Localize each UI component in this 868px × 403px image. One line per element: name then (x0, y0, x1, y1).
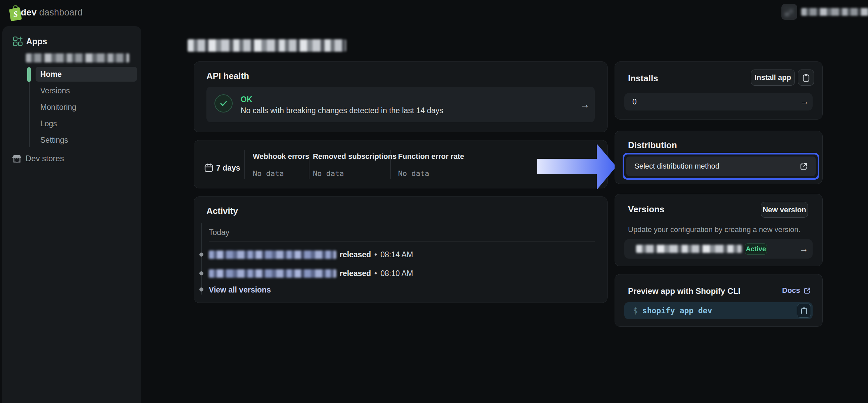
annotation-highlight-box: Select distribution method (623, 153, 819, 180)
version-name-redacted[interactable] (209, 269, 336, 278)
activity-entry: released • 08:14 AM (209, 250, 413, 260)
cli-command: shopify app dev (643, 306, 712, 315)
version-name-redacted[interactable] (209, 251, 336, 259)
cli-prompt: $ (633, 306, 638, 315)
copy-install-link-button[interactable] (798, 69, 814, 86)
api-health-title: API health (207, 71, 249, 81)
timeline-bullet (199, 271, 204, 276)
activity-action: released (340, 250, 371, 259)
sidebar-item-dev-stores[interactable]: Dev stores (26, 154, 64, 163)
api-health-status-row[interactable] (207, 87, 595, 122)
account-name-redacted[interactable] (801, 8, 868, 16)
activity-group-label: Today (209, 228, 229, 237)
api-health-description: No calls with breaking changes detected … (241, 106, 443, 115)
install-app-button[interactable]: Install app (751, 69, 795, 86)
storefront-icon (12, 154, 22, 163)
versions-description: Update your configuration by creating a … (628, 225, 801, 234)
timeline-bullet (199, 287, 204, 291)
arrow-right-icon[interactable]: → (800, 244, 808, 254)
brand-dev: dev (21, 7, 37, 18)
sidebar-item-logs[interactable]: Logs (36, 116, 137, 131)
page-title-redacted (188, 39, 346, 52)
brand-title: dev dashboard (21, 7, 83, 18)
activity-entry: released • 08:10 AM (209, 268, 413, 279)
clipboard-icon (803, 74, 810, 82)
docs-link[interactable]: Docs (782, 286, 811, 295)
external-link-icon (804, 287, 811, 294)
new-version-button[interactable]: New version (761, 202, 808, 218)
check-circle-icon (215, 94, 232, 113)
active-badge: Active (745, 243, 767, 255)
sidebar-item-home[interactable]: Home (36, 67, 137, 82)
active-indicator-bar (27, 67, 31, 82)
metric-label-webhook-errors: Webhook errors (253, 152, 309, 161)
cli-command-row: $ shopify app dev (624, 302, 813, 319)
sidebar-item-versions[interactable]: Versions (36, 83, 137, 98)
metrics-period: 7 days (216, 163, 240, 173)
bullet-separator: • (374, 269, 377, 278)
select-distribution-method-row[interactable]: Select distribution method (626, 156, 816, 176)
arrow-right-icon[interactable]: → (800, 96, 809, 107)
docs-label: Docs (782, 286, 800, 295)
activity-time: 08:10 AM (380, 269, 413, 278)
select-distribution-method-label: Select distribution method (634, 162, 719, 171)
divider (244, 150, 245, 179)
sidebar-item-monitoring[interactable]: Monitoring (36, 100, 137, 115)
metric-label-removed-subscriptions: Removed subscriptions (313, 152, 396, 161)
installs-count-row[interactable] (624, 93, 813, 111)
metric-value-function-error-rate: No data (398, 169, 429, 178)
copy-command-button[interactable] (797, 304, 811, 318)
api-health-status: OK (241, 95, 252, 104)
view-all-versions-link[interactable]: View all versions (209, 285, 271, 294)
versions-title: Versions (628, 204, 664, 214)
shopify-dev-dashboard: S dev dashboard Apps Home Versions Monit… (0, 0, 868, 403)
calendar-icon (204, 163, 214, 173)
sidebar (2, 26, 141, 403)
bullet-separator: • (374, 250, 377, 259)
metric-value-removed-subscriptions: No data (313, 169, 344, 178)
distribution-title: Distribution (628, 140, 677, 150)
annotation-arrow (536, 143, 618, 191)
timeline-bullet (199, 253, 204, 257)
brand-dashboard: dashboard (39, 7, 83, 18)
timeline-rail (201, 223, 202, 294)
sidebar-item-settings[interactable]: Settings (36, 133, 137, 147)
activity-action: released (340, 269, 371, 278)
preview-cli-title: Preview app with Shopify CLI (628, 286, 740, 296)
version-name-redacted (636, 245, 742, 253)
sidebar-item-apps[interactable]: Apps (26, 36, 47, 46)
activity-title: Activity (207, 206, 238, 216)
arrow-right-icon[interactable]: → (580, 99, 590, 110)
divider (209, 241, 595, 242)
installs-title: Installs (628, 73, 658, 84)
metric-label-function-error-rate: Function error rate (398, 152, 464, 161)
installs-count: 0 (632, 97, 637, 107)
metric-value-webhook-errors: No data (253, 169, 284, 178)
clipboard-icon (801, 307, 807, 315)
app-name-redacted[interactable] (26, 53, 129, 62)
external-link-icon (800, 163, 808, 170)
avatar-image-redacted (783, 6, 795, 18)
activity-time: 08:14 AM (380, 250, 413, 259)
avatar[interactable] (781, 4, 797, 20)
apps-icon (13, 36, 23, 46)
